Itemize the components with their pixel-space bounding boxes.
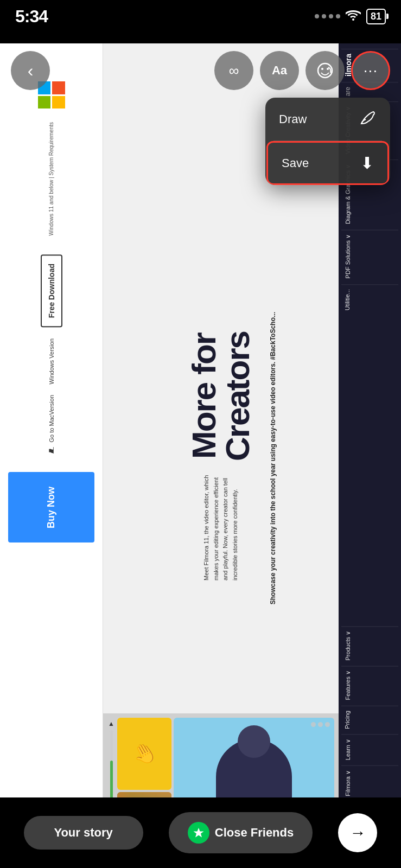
svg-point-1 — [321, 68, 323, 70]
nav-pdf[interactable]: PDF Solutions ∨ — [341, 229, 398, 283]
wifi-icon — [346, 9, 361, 24]
svg-point-2 — [327, 68, 329, 70]
sticker-button[interactable] — [305, 51, 345, 90]
arrow-icon: → — [349, 824, 366, 842]
toolbar: ‹ ∞ Aa ··· — [0, 43, 401, 98]
status-bar: 5:34 81 — [0, 0, 401, 33]
nav-pricing[interactable]: Pricing — [341, 706, 398, 733]
infinity-button[interactable]: ∞ — [214, 51, 253, 90]
hero-title: More forCreators — [187, 331, 254, 461]
draw-menu-item[interactable]: Draw — [265, 98, 390, 141]
free-download-button[interactable]: Free Download — [41, 254, 62, 327]
window-chrome — [311, 722, 330, 727]
scroll-up-arrow[interactable]: ▲ — [108, 720, 114, 727]
svg-point-0 — [318, 63, 332, 78]
svg-marker-3 — [193, 828, 203, 838]
windows-version-label: Windows Version — [48, 339, 55, 384]
draw-icon — [359, 108, 377, 130]
draw-label: Draw — [279, 112, 307, 126]
signal-dots — [315, 14, 340, 18]
hero-subtitle: Meet Filmora 11, the video editor, which… — [202, 472, 240, 580]
system-requirements: Windows 11 and below | System Requiremen… — [47, 122, 55, 235]
more-button[interactable]: ··· — [351, 51, 390, 90]
bottom-bar: Your story Close Friends → — [0, 797, 401, 868]
status-icons: 81 — [315, 9, 386, 24]
nav-utilities[interactable]: Utilitie... — [341, 284, 398, 315]
back-button[interactable]: ‹ — [11, 51, 50, 90]
mac-version-link[interactable]: ⚑ Go to MacVersion — [46, 395, 56, 455]
nav-learn[interactable]: Learn ∨ — [341, 734, 398, 764]
save-label: Save — [282, 156, 309, 170]
font-button[interactable]: Aa — [260, 51, 299, 90]
toolbar-left: ‹ — [11, 51, 50, 90]
left-download-panel: Windows 11 and below | System Requiremen… — [0, 43, 103, 868]
save-icon: ⬇ — [360, 154, 374, 173]
nav-products[interactable]: Products ∨ — [341, 626, 398, 665]
buy-now-button[interactable]: Buy Now — [8, 472, 94, 542]
showcase-text: Showcase your creativity into the school… — [268, 312, 333, 604]
nav-features[interactable]: Features ∨ — [341, 666, 398, 704]
send-arrow-button[interactable]: → — [338, 813, 377, 852]
dropdown-menu: Draw Save ⬇ — [265, 98, 390, 185]
green-star-icon — [188, 822, 209, 844]
thumb-yellow: 🤚 — [117, 718, 171, 790]
toolbar-right: ∞ Aa ··· — [214, 51, 390, 90]
close-friends-button[interactable]: Close Friends — [169, 812, 313, 853]
save-menu-item[interactable]: Save ⬇ — [266, 141, 389, 185]
person-head — [238, 725, 270, 758]
battery-indicator: 81 — [366, 9, 386, 24]
scroll-thumb — [110, 761, 113, 803]
your-story-button[interactable]: Your story — [24, 816, 143, 850]
status-time: 5:34 — [15, 7, 48, 27]
main-content: Windows 11 and below | System Requiremen… — [0, 43, 401, 868]
